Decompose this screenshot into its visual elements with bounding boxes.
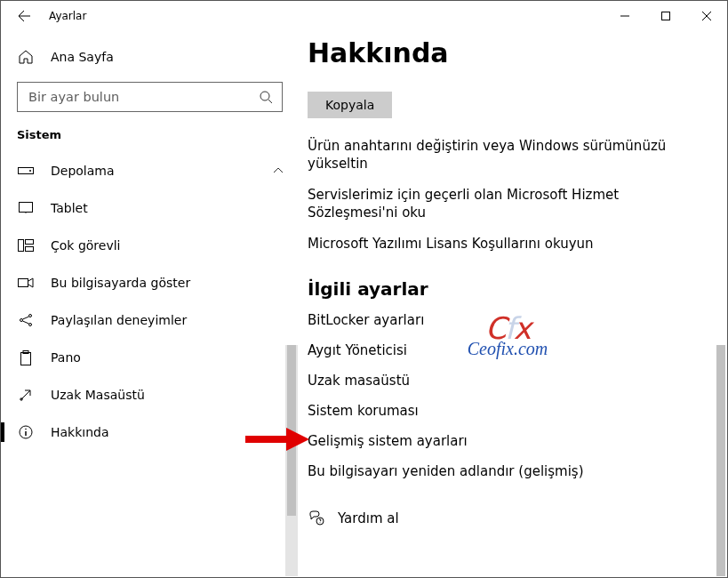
svg-point-11 bbox=[29, 315, 32, 317]
svg-point-5 bbox=[26, 213, 27, 213]
settings-window: Ayarlar Ana Sayfa bbox=[0, 0, 728, 578]
home-link[interactable]: Ana Sayfa bbox=[1, 39, 299, 75]
home-icon bbox=[17, 48, 35, 66]
sidebar-item-tablet[interactable]: Tablet bbox=[1, 189, 299, 227]
close-button[interactable] bbox=[686, 2, 727, 30]
sidebar-item-label: Uzak Masaüstü bbox=[51, 388, 145, 402]
sidebar-item-label: Pano bbox=[51, 350, 81, 365]
sidebar-item-remote[interactable]: Uzak Masaüstü bbox=[1, 376, 299, 413]
related-rename-pc[interactable]: Bu bilgisayarı yeniden adlandır (gelişmi… bbox=[308, 463, 702, 479]
titlebar: Ayarlar bbox=[1, 1, 727, 30]
search-icon bbox=[259, 90, 273, 104]
search-box[interactable] bbox=[17, 82, 283, 112]
svg-rect-6 bbox=[19, 240, 24, 252]
related-remote-desktop[interactable]: Uzak masaüstü bbox=[308, 373, 702, 389]
link-service-agreement[interactable]: Servislerimiz için geçerli olan Microsof… bbox=[308, 187, 702, 221]
help-icon bbox=[308, 510, 325, 527]
main-scrollbar[interactable] bbox=[715, 68, 727, 577]
link-license-terms[interactable]: Microsoft Yazılımı Lisans Koşullarını ok… bbox=[308, 236, 702, 253]
shared-icon bbox=[17, 311, 35, 329]
sidebar-item-label: Paylaşılan deneyimler bbox=[51, 313, 187, 327]
sidebar-item-clipboard[interactable]: Pano bbox=[1, 339, 299, 376]
svg-rect-7 bbox=[26, 240, 34, 245]
sidebar-item-label: Tablet bbox=[51, 201, 88, 215]
svg-rect-8 bbox=[26, 247, 34, 252]
sidebar-scrollbar[interactable] bbox=[285, 345, 298, 576]
svg-point-16 bbox=[25, 429, 27, 430]
minimize-button[interactable] bbox=[604, 2, 645, 30]
svg-rect-9 bbox=[19, 279, 28, 287]
svg-point-3 bbox=[29, 170, 31, 172]
project-icon bbox=[17, 274, 35, 292]
svg-point-10 bbox=[20, 319, 23, 322]
chevron-down-icon bbox=[274, 168, 283, 173]
window-title: Ayarlar bbox=[49, 10, 86, 22]
sidebar-item-label: Çok görevli bbox=[51, 238, 120, 253]
arrow-left-icon bbox=[17, 9, 31, 23]
remote-icon bbox=[17, 386, 35, 404]
storage-icon bbox=[17, 162, 35, 180]
sidebar-item-shared[interactable]: Paylaşılan deneyimler bbox=[1, 301, 299, 339]
related-advanced-system[interactable]: Gelişmiş sistem ayarları bbox=[308, 433, 702, 449]
main-content: Hakkında Kopyala Ürün anahtarını değişti… bbox=[299, 30, 727, 577]
sidebar-item-label: Depolama bbox=[51, 164, 115, 178]
sidebar-item-multitasking[interactable]: Çok görevli bbox=[1, 227, 299, 264]
sidebar-item-project[interactable]: Bu bilgisayarda göster bbox=[1, 264, 299, 301]
copy-button[interactable]: Kopyala bbox=[308, 92, 392, 118]
related-bitlocker[interactable]: BitLocker ayarları bbox=[308, 312, 702, 328]
sidebar: Ana Sayfa Sistem Depolama bbox=[1, 30, 299, 577]
back-button[interactable] bbox=[8, 2, 40, 30]
svg-rect-0 bbox=[662, 12, 670, 20]
window-body: Ana Sayfa Sistem Depolama bbox=[1, 30, 727, 577]
sidebar-item-label: Bu bilgisayarda göster bbox=[51, 276, 190, 290]
sidebar-item-storage[interactable]: Depolama bbox=[1, 152, 299, 189]
svg-point-12 bbox=[29, 324, 32, 326]
help-label: Yardım al bbox=[338, 510, 399, 526]
get-help-link[interactable]: Yardım al bbox=[308, 510, 702, 527]
search-input[interactable] bbox=[27, 89, 259, 105]
svg-rect-13 bbox=[21, 352, 31, 365]
multitasking-icon bbox=[17, 237, 35, 254]
svg-point-1 bbox=[260, 92, 269, 100]
svg-rect-4 bbox=[20, 203, 33, 213]
close-icon bbox=[702, 12, 711, 20]
sidebar-scrollbar-thumb[interactable] bbox=[287, 345, 296, 516]
sidebar-item-label: Hakkında bbox=[51, 425, 109, 439]
page-title: Hakkında bbox=[308, 37, 702, 68]
maximize-button[interactable] bbox=[645, 2, 686, 30]
tablet-icon bbox=[17, 199, 35, 217]
home-label: Ana Sayfa bbox=[51, 50, 114, 64]
info-icon bbox=[17, 423, 35, 441]
sidebar-category: Sistem bbox=[1, 126, 299, 152]
maximize-icon bbox=[661, 12, 670, 20]
related-settings-heading: İlgili ayarlar bbox=[308, 278, 702, 300]
related-device-manager[interactable]: Aygıt Yöneticisi bbox=[308, 342, 702, 358]
sidebar-item-about[interactable]: Hakkında bbox=[1, 413, 299, 451]
link-product-key[interactable]: Ürün anahtarını değiştirin veya Windows … bbox=[308, 138, 702, 173]
main-scrollbar-thumb[interactable] bbox=[716, 345, 725, 576]
clipboard-icon bbox=[17, 349, 35, 366]
related-system-protection[interactable]: Sistem koruması bbox=[308, 403, 702, 419]
minimize-icon bbox=[620, 12, 629, 20]
